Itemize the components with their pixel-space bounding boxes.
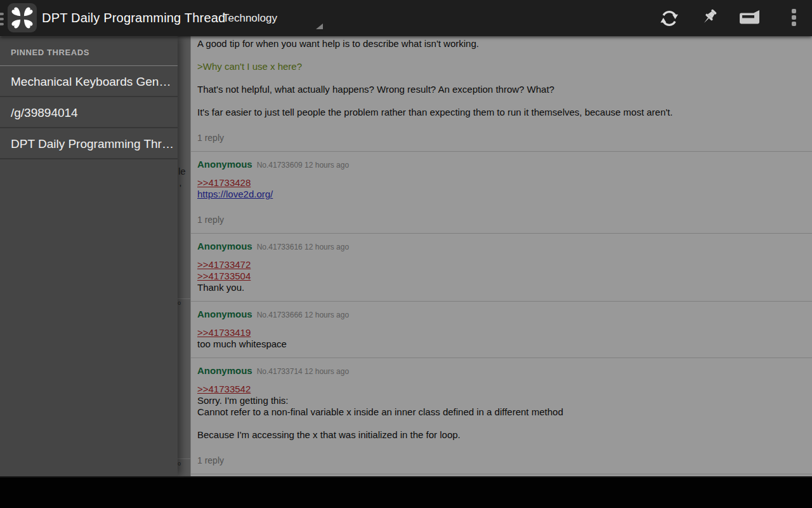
post-meta: No.41733616 12 hours ago bbox=[257, 243, 349, 251]
quote-link[interactable]: >>41733542 bbox=[197, 384, 802, 395]
action-bar: DPT Daily Programming Thread Technology bbox=[0, 0, 812, 36]
paragraph-break bbox=[197, 72, 802, 84]
quote-link[interactable]: >>41733419 bbox=[197, 327, 802, 338]
post-author: Anonymous bbox=[197, 241, 252, 251]
reply-icon[interactable] bbox=[737, 8, 761, 29]
gutter-divider bbox=[178, 458, 190, 459]
page-title: DPT Daily Programming Thread bbox=[42, 0, 225, 36]
app-icon-clover[interactable] bbox=[8, 3, 37, 32]
thread-view: le'oo A good tip for when you want help … bbox=[178, 36, 812, 476]
post-header: AnonymousNo.41733609 12 hours ago bbox=[197, 159, 802, 170]
post-text-line: It's far easier to just tell people the … bbox=[197, 107, 802, 118]
post-text-line: Cannot refer to a non-final variable x i… bbox=[197, 406, 802, 418]
post-text-line: Because I'm accessing the x that was ini… bbox=[197, 429, 802, 441]
clipped-text-fragment: o bbox=[178, 460, 181, 467]
post-header: AnonymousNo.41733616 12 hours ago bbox=[197, 241, 802, 251]
post-author: Anonymous bbox=[197, 309, 252, 319]
clipped-text-fragment: ' bbox=[180, 182, 181, 193]
content-gutter: le'oo bbox=[178, 36, 190, 476]
pinned-thread-item[interactable]: DPT Daily Programming Thr… bbox=[0, 128, 178, 159]
system-bar: 16:43 bbox=[0, 476, 812, 508]
board-spinner[interactable]: Technology bbox=[214, 5, 329, 32]
quote-link[interactable]: >>41733428 bbox=[197, 177, 802, 189]
pinned-thread-item[interactable]: /g/39894014 bbox=[0, 97, 178, 128]
post[interactable]: A good tip for when you want help is to … bbox=[191, 36, 812, 152]
post-text-line: Thank you. bbox=[197, 282, 802, 293]
pinned-threads-list: Mechanical Keyboards Gen…/g/39894014DPT … bbox=[0, 66, 178, 159]
replies-count[interactable]: 1 reply bbox=[197, 455, 802, 466]
spinner-caret-icon bbox=[316, 23, 323, 29]
clipped-text-fragment: le bbox=[178, 166, 186, 177]
replies-count[interactable]: 1 reply bbox=[197, 214, 802, 225]
post-text-line: That's not helpful, what actually happen… bbox=[197, 84, 802, 95]
post[interactable]: AnonymousNo.41733666 12 hours ago>>41733… bbox=[191, 302, 812, 358]
post-list: A good tip for when you want help is to … bbox=[190, 36, 812, 476]
replies-count[interactable]: 1 reply bbox=[197, 132, 802, 144]
pin-icon[interactable] bbox=[698, 8, 720, 29]
post-text-line: A good tip for when you want help is to … bbox=[197, 38, 802, 50]
post-meta: No.41733609 12 hours ago bbox=[257, 161, 349, 170]
post-header: AnonymousNo.41733666 12 hours ago bbox=[197, 309, 802, 319]
greentext-line: >Why can't I use x here? bbox=[197, 61, 802, 72]
post[interactable]: AnonymousNo.41733609 12 hours ago>>41733… bbox=[191, 152, 812, 234]
overflow-menu-icon[interactable] bbox=[792, 9, 797, 30]
paragraph-break bbox=[197, 418, 802, 429]
clipped-text-fragment: o bbox=[178, 300, 181, 306]
board-spinner-label: Technology bbox=[223, 5, 277, 32]
post-text-line: Sorry. I'm getting this: bbox=[197, 395, 802, 406]
refresh-icon[interactable] bbox=[658, 8, 680, 29]
drawer-handle-icon[interactable] bbox=[0, 13, 4, 28]
post-meta: No.41733714 12 hours ago bbox=[257, 367, 349, 376]
post[interactable]: AnonymousNo.41733616 12 hours ago>>41733… bbox=[191, 234, 812, 302]
pinned-threads-header: PINNED THREADS bbox=[0, 37, 178, 66]
post-author: Anonymous bbox=[197, 365, 252, 376]
clover-icon bbox=[8, 3, 37, 32]
navigation-drawer: PINNED THREADS Mechanical Keyboards Gen…… bbox=[0, 36, 178, 476]
quote-link[interactable]: >>41733504 bbox=[197, 271, 802, 282]
paragraph-break bbox=[197, 95, 802, 107]
gutter-divider bbox=[178, 298, 190, 299]
paragraph-break bbox=[197, 50, 802, 61]
post-meta: No.41733666 12 hours ago bbox=[257, 311, 349, 319]
pinned-thread-item[interactable]: Mechanical Keyboards Gen… bbox=[0, 66, 178, 97]
post[interactable]: AnonymousNo.41733714 12 hours ago>>41733… bbox=[191, 358, 812, 474]
external-link[interactable]: https://love2d.org/ bbox=[197, 189, 802, 200]
post-author: Anonymous bbox=[197, 159, 252, 170]
post-text-line: too much whitespace bbox=[197, 338, 802, 350]
quote-link[interactable]: >>41733472 bbox=[197, 259, 802, 271]
post-header: AnonymousNo.41733714 12 hours ago bbox=[197, 365, 802, 376]
screen: DPT Daily Programming Thread Technology bbox=[0, 0, 812, 508]
